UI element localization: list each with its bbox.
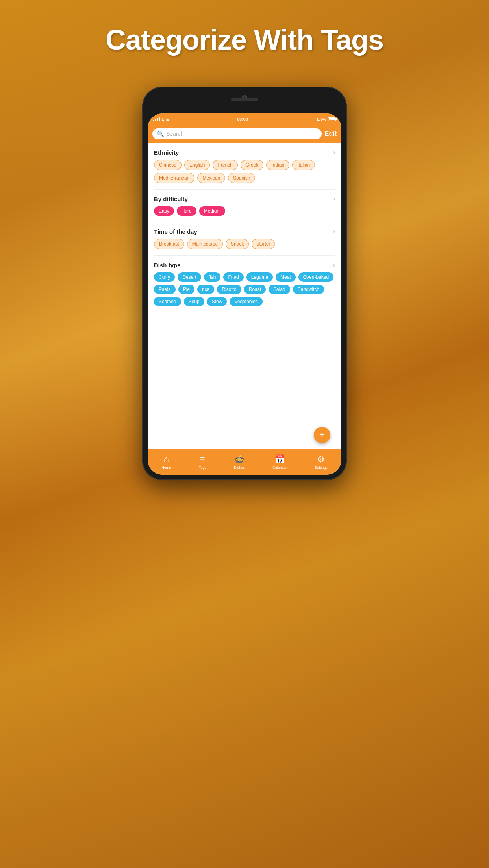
search-icon: 🔍 [157, 131, 164, 137]
status-right: 100% [316, 117, 336, 122]
nav-icon-settings: ⚙ [317, 454, 325, 465]
nav-item-dishes[interactable]: 🍲Dishes [234, 454, 245, 470]
tag-desert[interactable]: Desert [178, 272, 201, 282]
chevron-icon-ethnicity: › [333, 149, 335, 156]
tag-risotto[interactable]: Risotto [217, 285, 241, 294]
tag-oven-baked[interactable]: Oven-baked [298, 272, 333, 282]
tag-indian[interactable]: Indian [266, 160, 289, 170]
tag-spanish[interactable]: Spanish [228, 173, 255, 183]
nav-label-home: Home [161, 466, 171, 470]
tag-medium[interactable]: Medium [199, 206, 226, 216]
tag-sandwitch[interactable]: Sandwitch [293, 285, 324, 294]
chevron-icon-time: › [333, 228, 335, 235]
section-ethnicity: Ethnicity›ChineseEnglishFrenchGreekIndia… [148, 143, 341, 188]
section-time: Time of the day›BreakfastMain courseSnac… [148, 222, 341, 254]
signal-bars [153, 117, 160, 121]
phone-device: LTE 08:00 100% 🔍 Search Edit Ethnicity›C… [142, 87, 347, 480]
section-title-time: Time of the day [154, 228, 197, 235]
tags-container-dish_type: CurryDesertfishFriedLegumeMeatOven-baked… [154, 272, 335, 309]
section-header-time[interactable]: Time of the day› [154, 228, 335, 235]
tag-curry[interactable]: Curry [154, 272, 175, 282]
tag-roast[interactable]: Roast [244, 285, 266, 294]
page-title: Categorize With Tags [0, 24, 489, 56]
tag-main-course[interactable]: Main course [187, 239, 223, 249]
content-area: Ethnicity›ChineseEnglishFrenchGreekIndia… [148, 143, 341, 449]
nav-icon-calendar: 📅 [274, 454, 285, 465]
tags-container-time: BreakfastMain courseSnackstarter [154, 239, 335, 252]
tag-mexican[interactable]: Mexican [197, 173, 225, 183]
search-bar[interactable]: 🔍 Search [152, 128, 322, 139]
nav-label-dishes: Dishes [234, 466, 245, 470]
battery-icon [328, 117, 336, 121]
search-placeholder: Search [166, 131, 183, 137]
tag-fish[interactable]: fish [204, 272, 221, 282]
section-dish_type: Dish type›CurryDesertfishFriedLegumeMeat… [148, 256, 341, 311]
tag-rice[interactable]: rice [197, 285, 214, 294]
nav-label-tags: Tags [199, 466, 206, 470]
fab-button[interactable]: + [314, 427, 330, 443]
section-header-difficulty[interactable]: By difficulty› [154, 195, 335, 202]
edit-button[interactable]: Edit [325, 130, 337, 137]
tags-container-ethnicity: ChineseEnglishFrenchGreekIndianItalianMe… [154, 160, 335, 186]
tag-soup[interactable]: Soup [184, 297, 204, 306]
status-left: LTE [153, 117, 169, 122]
nav-label-calendar: Calendar [272, 466, 287, 470]
tag-meat[interactable]: Meat [276, 272, 296, 282]
section-title-difficulty: By difficulty [154, 196, 188, 202]
nav-icon-home: ⌂ [164, 454, 169, 465]
bottom-nav: ⌂Home≡Tags🍲Dishes📅Calendar⚙Settings [148, 449, 341, 475]
battery-percent: 100% [316, 117, 326, 122]
app-header: 🔍 Search Edit [148, 125, 341, 143]
tag-pie[interactable]: Pie [178, 285, 194, 294]
tag-stew[interactable]: Stew [207, 297, 227, 306]
nav-item-tags[interactable]: ≡Tags [199, 454, 206, 470]
tag-italian[interactable]: Italian [292, 160, 315, 170]
status-bar: LTE 08:00 100% [148, 113, 341, 125]
tag-fried[interactable]: Fried [223, 272, 243, 282]
tag-snack[interactable]: Snack [226, 239, 249, 249]
tag-pasta[interactable]: Pasta [154, 285, 176, 294]
section-header-ethnicity[interactable]: Ethnicity› [154, 149, 335, 156]
tag-hard[interactable]: Hard [177, 206, 196, 216]
chevron-icon-difficulty: › [333, 195, 335, 202]
phone-speaker [231, 98, 258, 101]
nav-item-calendar[interactable]: 📅Calendar [272, 454, 287, 470]
tag-salad[interactable]: Salad [269, 285, 290, 294]
section-title-dish_type: Dish type [154, 262, 181, 268]
tag-vegetables[interactable]: Vegetables [230, 297, 262, 306]
nav-icon-tags: ≡ [200, 454, 205, 465]
chevron-icon-dish_type: › [333, 261, 335, 268]
tag-mediterranean[interactable]: Mediterranean [154, 173, 194, 183]
section-header-dish_type[interactable]: Dish type› [154, 261, 335, 268]
tag-starter[interactable]: starter [252, 239, 275, 249]
section-title-ethnicity: Ethnicity [154, 149, 179, 156]
tag-french[interactable]: French [213, 160, 237, 170]
tag-breakfast[interactable]: Breakfast [154, 239, 184, 249]
tag-chinese[interactable]: Chinese [154, 160, 182, 170]
nav-item-settings[interactable]: ⚙Settings [315, 454, 328, 470]
section-difficulty: By difficulty›EasyHardMedium [148, 190, 341, 220]
tag-easy[interactable]: Easy [154, 206, 174, 216]
network-type: LTE [162, 117, 169, 122]
nav-item-home[interactable]: ⌂Home [161, 454, 171, 470]
nav-label-settings: Settings [315, 466, 328, 470]
tag-greek[interactable]: Greek [241, 160, 264, 170]
status-time: 08:00 [237, 117, 248, 122]
tag-seafood[interactable]: Seafood [154, 297, 181, 306]
tag-legume[interactable]: Legume [246, 272, 273, 282]
tags-container-difficulty: EasyHardMedium [154, 206, 335, 219]
nav-icon-dishes: 🍲 [234, 454, 245, 465]
tag-english[interactable]: English [184, 160, 210, 170]
phone-screen: LTE 08:00 100% 🔍 Search Edit Ethnicity›C… [148, 113, 341, 475]
